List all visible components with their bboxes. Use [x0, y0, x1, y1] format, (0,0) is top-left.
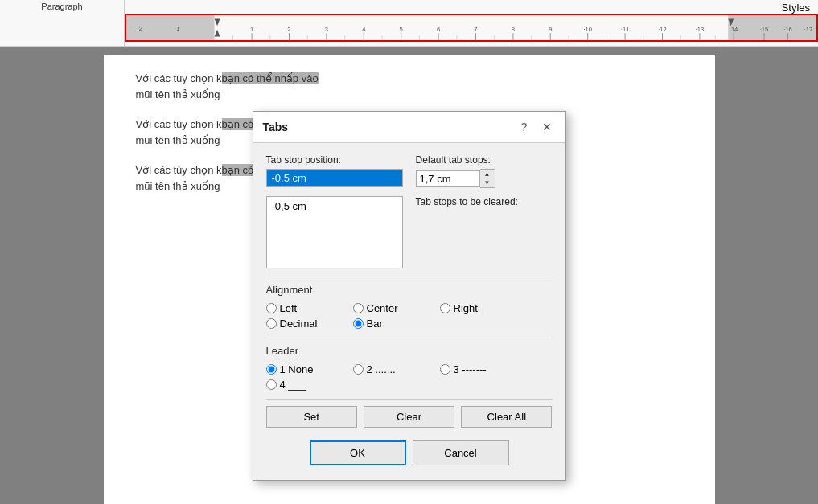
help-button[interactable]: ?	[516, 118, 533, 136]
default-tab-label: Default tab stops:	[416, 154, 553, 166]
leader-underline-item: 4 ___	[266, 379, 347, 391]
leader-group: 1 None 2 ....... 3 ------- 4 ___	[266, 363, 553, 391]
dialog-titlebar: Tabs ? ✕	[253, 112, 565, 143]
align-right-label: Right	[454, 302, 478, 314]
ok-button[interactable]: OK	[310, 440, 406, 465]
align-right-item: Right	[440, 302, 520, 314]
tab-list-col: -0,5 cm	[266, 196, 403, 268]
top-bar: Paragraph Styles ·2 ·1	[0, 0, 818, 47]
cancel-button[interactable]: Cancel	[413, 440, 509, 465]
leader-dots-radio[interactable]	[353, 364, 364, 375]
svg-text:·1: ·1	[175, 25, 179, 32]
divider-3	[266, 399, 553, 400]
leader-none-label: 1 None	[280, 363, 314, 375]
svg-text:8: 8	[512, 26, 515, 33]
svg-text:·11: ·11	[621, 26, 630, 33]
svg-text:·10: ·10	[583, 26, 592, 33]
leader-dashes-label: 3 -------	[454, 363, 487, 375]
svg-text:3: 3	[325, 26, 328, 33]
svg-text:2: 2	[287, 26, 290, 33]
svg-text:·17: ·17	[804, 26, 813, 33]
top-row: Tab stop position: Default tab stops: ▲ …	[266, 154, 553, 188]
svg-text:1: 1	[250, 26, 253, 33]
clear-label: Tab stops to be cleared:	[416, 196, 553, 207]
align-center-radio[interactable]	[353, 303, 364, 313]
clear-button[interactable]: Clear	[364, 406, 454, 428]
paragraph-label: Paragraph	[41, 2, 82, 11]
dialog-overlay: Tabs ? ✕ Tab stop position: Default tab …	[0, 47, 818, 504]
dialog-title: Tabs	[263, 121, 289, 133]
action-buttons-row: Set Clear Clear All	[266, 406, 553, 428]
leader-dots-label: 2 .......	[367, 363, 396, 375]
svg-text:·16: ·16	[783, 26, 792, 33]
ruler-svg: ·2 ·1 1 2 3 4 5	[126, 15, 816, 40]
align-decimal-item: Decimal	[266, 318, 347, 330]
align-bar-label: Bar	[367, 318, 383, 330]
leader-none-radio[interactable]	[266, 364, 277, 375]
svg-text:6: 6	[437, 26, 440, 33]
align-center-label: Center	[367, 302, 398, 314]
dialog-body: Tab stop position: Default tab stops: ▲ …	[253, 143, 565, 480]
tab-stop-input[interactable]	[266, 169, 403, 187]
svg-text:·14: ·14	[730, 26, 738, 33]
alignment-group: Left Center Right Decimal	[266, 302, 553, 330]
svg-text:7: 7	[474, 26, 477, 33]
divider-2	[266, 338, 553, 338]
align-left-item: Left	[266, 302, 347, 314]
spinner-down[interactable]: ▼	[480, 178, 495, 187]
paragraph-section: Paragraph	[0, 0, 125, 46]
align-bar-radio[interactable]	[353, 318, 364, 329]
align-left-radio[interactable]	[266, 303, 277, 313]
tab-list[interactable]: -0,5 cm	[266, 196, 403, 268]
clear-col: Tab stops to be cleared:	[416, 196, 553, 268]
ruler: ·2 ·1 1 2 3 4 5	[125, 14, 818, 42]
leader-dots-item: 2 .......	[353, 363, 434, 375]
divider-1	[266, 277, 553, 277]
align-right-radio[interactable]	[440, 303, 450, 313]
list-row: -0,5 cm Tab stops to be cleared:	[266, 196, 553, 268]
clear-all-button[interactable]: Clear All	[461, 406, 552, 428]
styles-label: Styles	[782, 2, 810, 14]
spinner-buttons: ▲ ▼	[480, 169, 495, 188]
svg-rect-2	[215, 15, 729, 40]
svg-text:·2: ·2	[138, 25, 142, 32]
tab-stop-label: Tab stop position:	[266, 154, 403, 166]
leader-underline-label: 4 ___	[280, 379, 306, 391]
document-area: Với các tùy chọn kbạn có thể nhấp vào mũ…	[0, 47, 818, 504]
leader-header: Leader	[266, 345, 553, 357]
svg-text:·12: ·12	[658, 26, 667, 33]
default-tab-spinner: ▲ ▼	[416, 169, 553, 188]
leader-dashes-radio[interactable]	[440, 364, 450, 375]
tab-list-item[interactable]: -0,5 cm	[267, 199, 402, 214]
leader-dashes-item: 3 -------	[440, 363, 520, 375]
align-center-item: Center	[353, 302, 434, 314]
align-decimal-label: Decimal	[280, 318, 318, 330]
svg-text:·15: ·15	[760, 26, 769, 33]
align-left-label: Left	[280, 302, 298, 314]
titlebar-buttons: ? ✕	[516, 118, 556, 136]
leader-underline-radio[interactable]	[266, 379, 277, 390]
alignment-header: Alignment	[266, 284, 553, 296]
default-tab-input[interactable]	[416, 170, 480, 187]
svg-text:4: 4	[362, 26, 366, 33]
default-tab-col: Default tab stops: ▲ ▼	[416, 154, 553, 188]
tabs-dialog: Tabs ? ✕ Tab stop position: Default tab …	[253, 111, 566, 481]
svg-text:5: 5	[400, 26, 403, 33]
align-bar-item: Bar	[353, 318, 434, 330]
tab-stop-col: Tab stop position:	[266, 154, 403, 188]
svg-text:9: 9	[549, 26, 552, 33]
confirm-buttons-row: OK Cancel	[266, 434, 553, 469]
leader-none-item: 1 None	[266, 363, 347, 375]
align-decimal-radio[interactable]	[266, 318, 277, 329]
close-button[interactable]: ✕	[538, 118, 556, 136]
svg-text:·13: ·13	[696, 26, 705, 33]
svg-rect-3	[728, 15, 816, 40]
spinner-up[interactable]: ▲	[480, 170, 495, 178]
set-button[interactable]: Set	[266, 406, 357, 428]
